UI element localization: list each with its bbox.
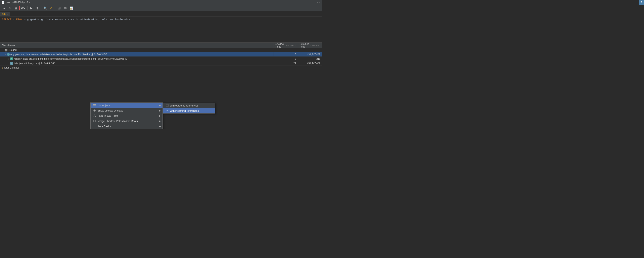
path-gc-icon	[93, 114, 96, 117]
table-row[interactable]: F data java.util.ArrayList @ 0x7a0f3d100…	[0, 61, 322, 66]
col-shallow: Shallow Heap <Numeric>	[274, 42, 298, 48]
menu-item-list-objects[interactable]: List objects ▶ with outgoing references	[90, 103, 162, 108]
menu-item-java-collections[interactable]: Java Collections ▶	[90, 129, 162, 129]
svg-rect-1	[58, 7, 59, 8]
cell-retained: 431,447,448	[298, 52, 322, 56]
file-icon: 📄	[2, 1, 4, 4]
table-row[interactable]: ▼ org.geekbang.time.commonmistakes.troub…	[0, 52, 322, 57]
menu-label: List objects	[98, 104, 110, 107]
oql-tab[interactable]: OQL ×	[0, 12, 10, 16]
col-shallow-label: Shallow Heap	[276, 42, 286, 48]
barchart-button[interactable]: 📊	[68, 6, 74, 10]
sigma-icon: Σ	[2, 66, 3, 69]
menu-item-java-basics[interactable]: Java Basics ▶	[90, 124, 162, 129]
toolbar-sep-1	[27, 6, 28, 10]
regex-icon: R	[4, 49, 8, 52]
svg-rect-8	[94, 104, 96, 105]
col-retained: Retained Heap <Numeric>	[298, 42, 322, 48]
svg-rect-5	[64, 7, 66, 8]
title-bar: 📄 java_pid29569.hprof × — □ × ?	[0, 0, 322, 5]
group-button[interactable]	[56, 6, 62, 10]
title-bar-left: 📄 java_pid29569.hprof ×	[2, 1, 30, 4]
oql-tab-label: OQL	[2, 13, 6, 15]
menu-label: Show objects by class	[98, 109, 123, 112]
svg-rect-9	[94, 105, 96, 106]
app-container: 📄 java_pid29569.hprof × — □ × ? ◂ ℹ ▦ OQ…	[0, 0, 322, 129]
oql-tab-strip: OQL ×	[0, 11, 322, 16]
table-row[interactable]: R <Regex>	[0, 48, 322, 52]
cell-shallow	[274, 66, 298, 70]
editor-classname: org.geekbang.time.commonmistakes.trouble…	[24, 18, 130, 21]
search-button[interactable]: 🔍	[42, 6, 48, 10]
window-controls: — □ ×	[312, 1, 320, 4]
svg-rect-11	[166, 104, 168, 107]
content-area: Class Name Shallow Heap <Numeric> Retain…	[0, 42, 322, 129]
context-menu: List objects ▶ with outgoing references	[90, 102, 163, 129]
chart-button[interactable]: ▦	[13, 6, 18, 10]
svg-rect-4	[59, 8, 60, 9]
table-row[interactable]: ▶ C <class> class org.geekbang.time.comm…	[0, 57, 322, 61]
expand-icon	[2, 49, 4, 51]
submenu-arrow: ▶	[159, 125, 161, 128]
back-button[interactable]: ◂	[1, 6, 6, 10]
svg-rect-10	[94, 106, 96, 106]
submenu-arrow: ▶	[159, 104, 161, 106]
settings-icon	[36, 7, 39, 10]
table-header: Class Name Shallow Heap <Numeric> Retain…	[0, 42, 322, 48]
run-button[interactable]: ▶	[29, 6, 34, 10]
title-filename: java_pid29569.hprof	[6, 1, 28, 4]
col-shallow-sub: <Numeric>	[286, 44, 296, 46]
close-button[interactable]: ×	[319, 1, 320, 4]
merge-icon	[93, 119, 96, 122]
oql-button[interactable]: OQL	[19, 6, 26, 10]
submenu-item-outgoing[interactable]: with outgoing references	[163, 103, 215, 108]
svg-rect-2	[59, 7, 60, 8]
cell-shallow	[274, 48, 298, 52]
toolbar-sep-3	[55, 6, 55, 10]
col-retained-sub: <Numeric>	[310, 44, 320, 46]
cell-shallow: 24	[274, 61, 298, 65]
menu-item-show-objects[interactable]: Show objects by class ▶	[90, 108, 162, 113]
submenu-item-incoming[interactable]: with incoming references	[163, 108, 215, 113]
warning-button[interactable]: ⚠	[48, 6, 54, 10]
group-icon	[58, 7, 60, 10]
menu-label: Merge Shortest Paths to GC Roots	[98, 120, 138, 122]
menu-item-merge-paths[interactable]: Merge Shortest Paths to GC Roots ▶	[90, 118, 162, 124]
cell-shallow: 8	[274, 57, 298, 61]
keyword-from: FROM	[16, 18, 22, 21]
expand-icon	[7, 62, 10, 64]
filter-button[interactable]	[62, 6, 68, 10]
maximize-button[interactable]: □	[316, 1, 318, 4]
menu-item-path-gc[interactable]: Path To GC Roots ▶	[90, 113, 162, 118]
incoming-check-icon	[166, 109, 169, 112]
toolbar: ◂ ℹ ▦ OQL ▶ 🔍 ⚠	[0, 5, 322, 11]
filter-icon	[64, 7, 66, 10]
cell-classname: R <Regex>	[0, 48, 274, 52]
class-icon: C	[10, 58, 13, 60]
submenu-list-objects: with outgoing references with incoming r…	[163, 103, 215, 114]
oql-tab-close[interactable]: ×	[7, 13, 8, 15]
editor-area[interactable]: SELECT * FROM org.geekbang.time.commonmi…	[0, 16, 322, 42]
expand-icon: ▶	[7, 58, 10, 60]
row-label: data java.util.ArrayList @ 0x7a0f3d100	[14, 62, 55, 65]
info-button[interactable]: ℹ	[7, 6, 12, 10]
table-row: Σ Total: 2 entries	[0, 66, 322, 70]
keyword-select: SELECT	[2, 18, 12, 21]
row-label: Total: 2 entries	[4, 66, 19, 69]
menu-label: Java Basics	[98, 125, 111, 128]
svg-point-0	[37, 8, 38, 9]
svg-rect-12	[166, 110, 168, 112]
cell-retained	[298, 66, 322, 70]
svg-rect-6	[64, 8, 66, 9]
field-icon: F	[10, 62, 13, 65]
col-classname: Class Name	[0, 42, 274, 48]
cell-retained: 216	[298, 57, 322, 61]
obj-icon	[7, 53, 10, 56]
minimize-button[interactable]: —	[312, 1, 314, 4]
submenu-arrow: ▶	[159, 110, 161, 112]
title-close-icon[interactable]: ×	[29, 1, 30, 4]
cell-classname: F data java.util.ArrayList @ 0x7a0f3d100	[0, 61, 274, 65]
settings-button[interactable]	[35, 6, 40, 10]
submenu-arrow: ▶	[159, 115, 161, 117]
cell-shallow: 16	[274, 52, 298, 56]
